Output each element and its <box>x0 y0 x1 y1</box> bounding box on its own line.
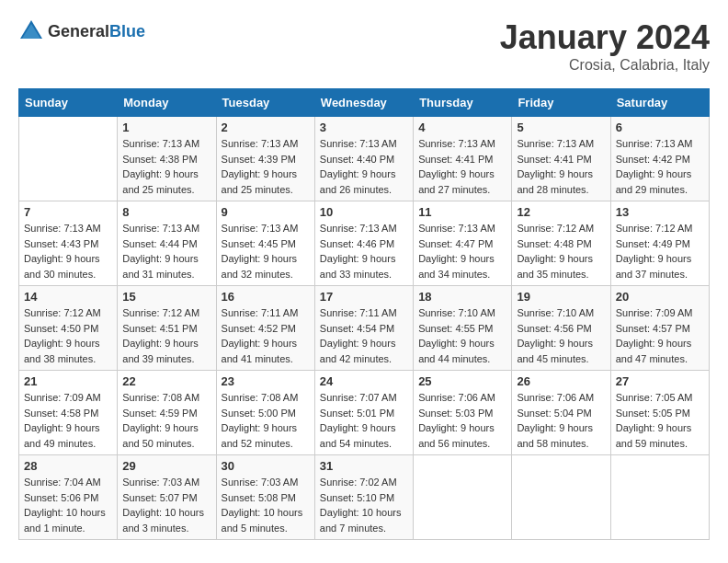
day-number: 28 <box>24 459 112 473</box>
cell-info: Sunrise: 7:09 AMSunset: 4:57 PMDaylight:… <box>616 307 693 364</box>
page-header: GeneralBlue January 2024 Crosia, Calabri… <box>18 18 710 74</box>
calendar-cell: 8 Sunrise: 7:13 AMSunset: 4:44 PMDayligh… <box>118 201 216 286</box>
day-number: 6 <box>616 121 704 134</box>
day-number: 9 <box>222 205 310 219</box>
logo-general-text: General <box>48 22 109 40</box>
cell-info: Sunrise: 7:13 AMSunset: 4:38 PMDaylight:… <box>122 138 199 195</box>
col-header-sunday: Sunday <box>19 89 118 117</box>
calendar-cell: 6 Sunrise: 7:13 AMSunset: 4:42 PMDayligh… <box>610 117 709 201</box>
cell-info: Sunrise: 7:10 AMSunset: 4:56 PMDaylight:… <box>517 307 594 364</box>
calendar-cell: 21 Sunrise: 7:09 AMSunset: 4:58 PMDaylig… <box>19 371 118 455</box>
calendar-cell <box>414 455 512 540</box>
day-number: 26 <box>517 374 605 388</box>
day-number: 12 <box>517 205 605 219</box>
cell-info: Sunrise: 7:09 AMSunset: 4:58 PMDaylight:… <box>24 392 101 449</box>
calendar-cell: 24 Sunrise: 7:07 AMSunset: 5:01 PMDaylig… <box>314 371 413 455</box>
day-number: 14 <box>24 290 112 304</box>
day-number: 4 <box>418 121 506 134</box>
day-number: 2 <box>222 121 310 134</box>
day-number: 30 <box>222 459 310 473</box>
calendar-cell <box>610 455 709 540</box>
calendar-week-row: 1 Sunrise: 7:13 AMSunset: 4:38 PMDayligh… <box>19 117 710 201</box>
day-number: 27 <box>616 374 704 388</box>
cell-info: Sunrise: 7:13 AMSunset: 4:45 PMDaylight:… <box>222 223 299 280</box>
cell-info: Sunrise: 7:13 AMSunset: 4:43 PMDaylight:… <box>24 223 101 280</box>
calendar-cell: 23 Sunrise: 7:08 AMSunset: 5:00 PMDaylig… <box>216 371 314 455</box>
calendar-cell: 2 Sunrise: 7:13 AMSunset: 4:39 PMDayligh… <box>216 117 314 201</box>
calendar-week-row: 7 Sunrise: 7:13 AMSunset: 4:43 PMDayligh… <box>19 201 710 286</box>
calendar-cell: 28 Sunrise: 7:04 AMSunset: 5:06 PMDaylig… <box>19 455 118 540</box>
calendar-cell: 3 Sunrise: 7:13 AMSunset: 4:40 PMDayligh… <box>314 117 413 201</box>
day-number: 16 <box>222 290 310 304</box>
day-number: 17 <box>320 290 408 304</box>
calendar-week-row: 14 Sunrise: 7:12 AMSunset: 4:50 PMDaylig… <box>19 286 710 371</box>
cell-info: Sunrise: 7:12 AMSunset: 4:51 PMDaylight:… <box>122 307 199 364</box>
calendar-cell: 11 Sunrise: 7:13 AMSunset: 4:47 PMDaylig… <box>414 201 512 286</box>
day-number: 10 <box>320 205 408 219</box>
calendar-cell: 18 Sunrise: 7:10 AMSunset: 4:55 PMDaylig… <box>414 286 512 371</box>
calendar-header-row: SundayMondayTuesdayWednesdayThursdayFrid… <box>19 89 710 117</box>
cell-info: Sunrise: 7:13 AMSunset: 4:44 PMDaylight:… <box>122 223 199 280</box>
cell-info: Sunrise: 7:06 AMSunset: 5:04 PMDaylight:… <box>517 392 594 449</box>
cell-info: Sunrise: 7:04 AMSunset: 5:06 PMDaylight:… <box>24 477 106 534</box>
col-header-wednesday: Wednesday <box>314 89 413 117</box>
calendar-cell <box>19 117 118 201</box>
calendar-cell <box>512 455 610 540</box>
calendar-cell: 30 Sunrise: 7:03 AMSunset: 5:08 PMDaylig… <box>216 455 314 540</box>
cell-info: Sunrise: 7:13 AMSunset: 4:47 PMDaylight:… <box>418 223 495 280</box>
col-header-friday: Friday <box>512 89 610 117</box>
col-header-saturday: Saturday <box>610 89 709 117</box>
cell-info: Sunrise: 7:06 AMSunset: 5:03 PMDaylight:… <box>418 392 495 449</box>
calendar-cell: 31 Sunrise: 7:02 AMSunset: 5:10 PMDaylig… <box>314 455 413 540</box>
calendar-cell: 26 Sunrise: 7:06 AMSunset: 5:04 PMDaylig… <box>512 371 610 455</box>
cell-info: Sunrise: 7:08 AMSunset: 4:59 PMDaylight:… <box>122 392 199 449</box>
day-number: 13 <box>616 205 704 219</box>
calendar-cell: 14 Sunrise: 7:12 AMSunset: 4:50 PMDaylig… <box>19 286 118 371</box>
cell-info: Sunrise: 7:02 AMSunset: 5:10 PMDaylight:… <box>320 477 402 534</box>
day-number: 23 <box>222 374 310 388</box>
cell-info: Sunrise: 7:10 AMSunset: 4:55 PMDaylight:… <box>418 307 495 364</box>
cell-info: Sunrise: 7:13 AMSunset: 4:42 PMDaylight:… <box>616 138 693 195</box>
calendar-cell: 9 Sunrise: 7:13 AMSunset: 4:45 PMDayligh… <box>216 201 314 286</box>
cell-info: Sunrise: 7:03 AMSunset: 5:07 PMDaylight:… <box>122 477 204 534</box>
col-header-tuesday: Tuesday <box>216 89 314 117</box>
cell-info: Sunrise: 7:07 AMSunset: 5:01 PMDaylight:… <box>320 392 397 449</box>
cell-info: Sunrise: 7:08 AMSunset: 5:00 PMDaylight:… <box>222 392 299 449</box>
day-number: 20 <box>616 290 704 304</box>
col-header-thursday: Thursday <box>414 89 512 117</box>
calendar-cell: 1 Sunrise: 7:13 AMSunset: 4:38 PMDayligh… <box>118 117 216 201</box>
cell-info: Sunrise: 7:12 AMSunset: 4:48 PMDaylight:… <box>517 223 594 280</box>
cell-info: Sunrise: 7:11 AMSunset: 4:54 PMDaylight:… <box>320 307 397 364</box>
day-number: 15 <box>122 290 210 304</box>
calendar-cell: 29 Sunrise: 7:03 AMSunset: 5:07 PMDaylig… <box>118 455 216 540</box>
cell-info: Sunrise: 7:12 AMSunset: 4:50 PMDaylight:… <box>24 307 101 364</box>
cell-info: Sunrise: 7:13 AMSunset: 4:39 PMDaylight:… <box>222 138 299 195</box>
day-number: 29 <box>122 459 210 473</box>
day-number: 1 <box>122 121 210 134</box>
day-number: 31 <box>320 459 408 473</box>
day-number: 3 <box>320 121 408 134</box>
cell-info: Sunrise: 7:13 AMSunset: 4:40 PMDaylight:… <box>320 138 397 195</box>
location-subtitle: Crosia, Calabria, Italy <box>500 57 710 74</box>
calendar-cell: 5 Sunrise: 7:13 AMSunset: 4:41 PMDayligh… <box>512 117 610 201</box>
day-number: 24 <box>320 374 408 388</box>
calendar-cell: 16 Sunrise: 7:11 AMSunset: 4:52 PMDaylig… <box>216 286 314 371</box>
title-block: January 2024 Crosia, Calabria, Italy <box>500 18 710 74</box>
day-number: 11 <box>418 205 506 219</box>
day-number: 5 <box>517 121 605 134</box>
calendar-cell: 22 Sunrise: 7:08 AMSunset: 4:59 PMDaylig… <box>118 371 216 455</box>
month-year-title: January 2024 <box>500 18 710 57</box>
calendar-cell: 25 Sunrise: 7:06 AMSunset: 5:03 PMDaylig… <box>414 371 512 455</box>
day-number: 25 <box>418 374 506 388</box>
calendar-cell: 20 Sunrise: 7:09 AMSunset: 4:57 PMDaylig… <box>610 286 709 371</box>
cell-info: Sunrise: 7:12 AMSunset: 4:49 PMDaylight:… <box>616 223 693 280</box>
day-number: 22 <box>122 374 210 388</box>
day-number: 19 <box>517 290 605 304</box>
calendar-cell: 19 Sunrise: 7:10 AMSunset: 4:56 PMDaylig… <box>512 286 610 371</box>
calendar-cell: 7 Sunrise: 7:13 AMSunset: 4:43 PMDayligh… <box>19 201 118 286</box>
day-number: 21 <box>24 374 112 388</box>
cell-info: Sunrise: 7:13 AMSunset: 4:41 PMDaylight:… <box>418 138 495 195</box>
calendar-cell: 17 Sunrise: 7:11 AMSunset: 4:54 PMDaylig… <box>314 286 413 371</box>
col-header-monday: Monday <box>118 89 216 117</box>
cell-info: Sunrise: 7:11 AMSunset: 4:52 PMDaylight:… <box>222 307 299 364</box>
